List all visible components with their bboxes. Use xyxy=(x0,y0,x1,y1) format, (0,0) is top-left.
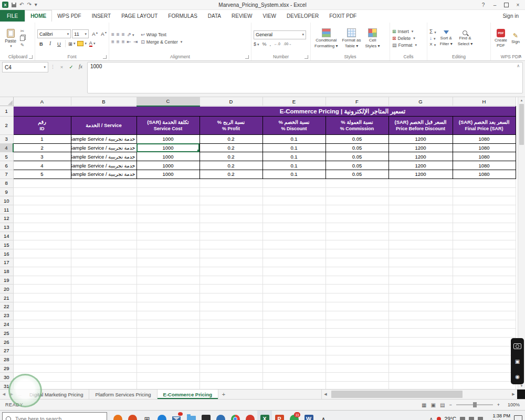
header-cell-h[interactable]: السعر بعد الخصم (SAR)Final Price (SAR) xyxy=(453,116,516,134)
cell-f18[interactable] xyxy=(326,267,388,276)
cell-f21[interactable] xyxy=(326,293,388,302)
scroll-right-icon[interactable]: ▶ xyxy=(510,392,517,396)
excel-taskbar-icon[interactable]: X xyxy=(257,411,272,420)
row-header-17[interactable]: 17 xyxy=(0,258,13,267)
cancel-formula-button[interactable]: × xyxy=(57,62,66,71)
row-header-16[interactable]: 16 xyxy=(0,249,13,258)
row-header-1[interactable]: 1 xyxy=(0,106,13,117)
cell-e16[interactable] xyxy=(262,249,326,258)
formula-input[interactable]: 1000 ∧ xyxy=(87,62,523,93)
normal-view-button[interactable]: ▦ xyxy=(422,402,426,408)
cell-f14[interactable] xyxy=(326,232,388,240)
cell-d28[interactable] xyxy=(200,355,262,364)
cell-h27[interactable] xyxy=(453,346,516,355)
row-header-31[interactable]: 31 xyxy=(0,382,13,389)
cell-e19[interactable] xyxy=(262,276,326,285)
cell-d3[interactable]: 0.2 xyxy=(200,134,262,143)
cell-d26[interactable] xyxy=(200,338,262,346)
cell-e11[interactable] xyxy=(262,205,326,214)
taskbar-clock[interactable]: 1:38 PM 10/26/2025 xyxy=(487,413,510,420)
cell-f25[interactable] xyxy=(326,329,388,338)
percent-style-button[interactable]: % xyxy=(262,41,267,47)
cell-d31[interactable] xyxy=(200,382,262,389)
word-icon[interactable]: W xyxy=(301,411,316,420)
restore-button[interactable] xyxy=(501,1,511,8)
opera-icon[interactable] xyxy=(243,411,257,420)
format-painter-icon[interactable]: ✎ xyxy=(20,43,25,48)
cell-h8[interactable] xyxy=(453,178,516,187)
cell-g29[interactable] xyxy=(388,364,453,373)
ribbon-tab-formulas[interactable]: FORMULAS xyxy=(163,10,203,22)
sign-in-link[interactable]: Sign in xyxy=(502,10,525,22)
ribbon-tab-data[interactable]: DATA xyxy=(203,10,226,22)
cell-d24[interactable] xyxy=(200,320,262,329)
cell-h5[interactable]: 1080 xyxy=(453,152,516,161)
cell-f9[interactable] xyxy=(326,187,388,196)
number-dialog-launcher[interactable] xyxy=(304,55,308,59)
battery-icon[interactable] xyxy=(478,417,483,420)
cell-a22[interactable] xyxy=(13,302,71,311)
paste-button[interactable]: Paste ▾ xyxy=(3,23,18,54)
format-cells-button[interactable]: ▤Format▾ xyxy=(392,43,425,48)
font-dialog-launcher[interactable] xyxy=(103,55,107,59)
new-sheet-button[interactable]: + xyxy=(218,390,229,399)
vertical-scroll-thumb[interactable] xyxy=(519,104,524,145)
cell-b10[interactable] xyxy=(71,196,136,205)
powerpoint-icon[interactable]: P xyxy=(272,411,287,420)
cell-h20[interactable] xyxy=(453,285,516,293)
cell-e15[interactable] xyxy=(262,240,326,249)
cell-f23[interactable] xyxy=(326,311,388,320)
cell-e23[interactable] xyxy=(262,311,326,320)
row-header-10[interactable]: 10 xyxy=(0,196,13,205)
cell-g7[interactable]: 1200 xyxy=(388,170,453,178)
cell-d20[interactable] xyxy=(200,285,262,293)
zoom-in-button[interactable]: + xyxy=(497,402,500,407)
cell-d6[interactable]: 0.2 xyxy=(200,161,262,170)
col-header-e[interactable]: E xyxy=(262,97,326,106)
cell-f13[interactable] xyxy=(326,223,388,232)
cell-g3[interactable]: 1200 xyxy=(388,134,453,143)
row-header-20[interactable]: 20 xyxy=(0,285,13,293)
cell-g12[interactable] xyxy=(388,214,453,223)
cell-a28[interactable] xyxy=(13,355,71,364)
cell-a15[interactable] xyxy=(13,240,71,249)
cell-b9[interactable] xyxy=(71,187,136,196)
capture-dock[interactable] xyxy=(517,390,525,399)
cell-a17[interactable] xyxy=(13,258,71,267)
cell-g21[interactable] xyxy=(388,293,453,302)
row-header-26[interactable]: 26 xyxy=(0,338,13,346)
row-header-21[interactable]: 21 xyxy=(0,293,13,302)
cell-b19[interactable] xyxy=(71,276,136,285)
align-middle-icon[interactable]: ≡ xyxy=(117,32,120,37)
cell-d13[interactable] xyxy=(200,223,262,232)
row-header-9[interactable]: 9 xyxy=(0,187,13,196)
cell-c27[interactable] xyxy=(136,346,200,355)
cell-g15[interactable] xyxy=(388,240,453,249)
cell-f11[interactable] xyxy=(326,205,388,214)
cell-g9[interactable] xyxy=(388,187,453,196)
clear-button[interactable]: ×▾ xyxy=(429,42,436,47)
increase-font-button[interactable]: A▲ xyxy=(90,30,98,38)
cell-a3[interactable]: 1 xyxy=(13,134,71,143)
cell-g18[interactable] xyxy=(388,267,453,276)
align-left-icon[interactable]: ≡ xyxy=(111,39,114,45)
chat-icon[interactable]: 33 xyxy=(287,411,301,420)
cell-a11[interactable] xyxy=(13,205,71,214)
format-as-table-button[interactable]: Format as Table ▾ xyxy=(340,28,362,48)
cell-h19[interactable] xyxy=(453,276,516,285)
page-break-view-button[interactable]: ▤ xyxy=(440,402,445,408)
row-header-30[interactable]: 30 xyxy=(0,373,13,382)
cell-a8[interactable] xyxy=(13,178,71,187)
cell-g27[interactable] xyxy=(388,346,453,355)
cell-h13[interactable] xyxy=(453,223,516,232)
cell-c16[interactable] xyxy=(136,249,200,258)
horizontal-scroll-track[interactable] xyxy=(329,390,510,399)
row-header-25[interactable]: 25 xyxy=(0,329,13,338)
cell-c24[interactable] xyxy=(136,320,200,329)
ribbon-tab-page-layout[interactable]: PAGE LAYOUT xyxy=(116,10,163,22)
fill-color-button[interactable]: ▾ xyxy=(77,40,87,47)
row-header-27[interactable]: 27 xyxy=(0,346,13,355)
cell-d27[interactable] xyxy=(200,346,262,355)
header-cell-f[interactable]: نسبة العمولة %% Commission xyxy=(326,116,388,134)
row-header-12[interactable]: 12 xyxy=(0,214,13,223)
